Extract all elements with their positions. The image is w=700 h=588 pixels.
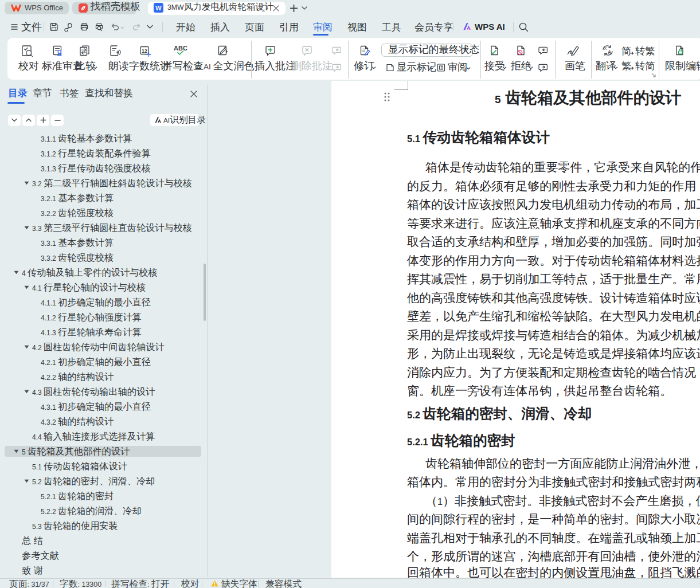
svg-text:W: W [155, 5, 162, 11]
svg-text:X: X [604, 46, 607, 51]
svg-text:A: A [608, 49, 611, 55]
svg-text:ABC: ABC [174, 45, 187, 52]
svg-text:12: 12 [142, 48, 147, 54]
